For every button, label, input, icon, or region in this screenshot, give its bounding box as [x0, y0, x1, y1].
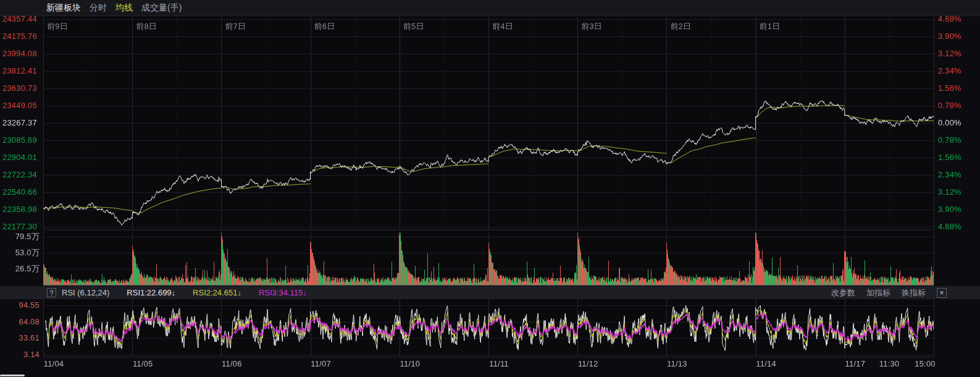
- scrollbar-thumb[interactable]: [0, 375, 25, 376]
- rsi3-value: RSI3:34.115↓: [259, 288, 307, 297]
- page-title: 新疆板块: [46, 2, 81, 14]
- change-params-button[interactable]: 改参数: [831, 287, 855, 299]
- tab-minute-line[interactable]: 分时: [90, 2, 107, 14]
- switch-indicator-button[interactable]: 换指标: [902, 287, 926, 299]
- rsi1-value: RSI1:22.699↓: [127, 288, 175, 297]
- help-icon[interactable]: ?: [47, 288, 56, 297]
- tab-volume[interactable]: 成交量(手): [141, 2, 182, 14]
- topbar: 新疆板块 分时均线成交量(手): [0, 0, 980, 16]
- chart-tabs: 分时均线成交量(手): [90, 2, 182, 14]
- rsi2-value: RSI2:24.651↓: [193, 288, 241, 297]
- indicator-header: ? RSI (6,12,24) RSI1:22.699↓ RSI2:24.651…: [0, 286, 980, 299]
- multi-day-intraday-chart[interactable]: [0, 16, 980, 377]
- tab-ma-line[interactable]: 均线: [115, 2, 133, 14]
- indicator-name[interactable]: RSI (6,12,24): [62, 288, 109, 297]
- add-indicator-button[interactable]: 加指标: [866, 287, 890, 299]
- stock-chart-app: 新疆板块 分时均线成交量(手) ? RSI (6,12,24) RSI1:22.…: [0, 0, 980, 377]
- close-icon[interactable]: ×: [937, 288, 947, 298]
